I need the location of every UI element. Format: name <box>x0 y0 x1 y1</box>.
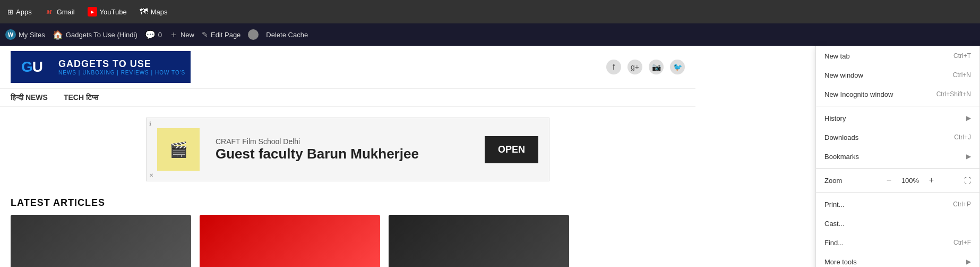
new-window-label: New window <box>824 71 863 79</box>
google-plus-icon[interactable]: g+ <box>627 60 642 74</box>
nav-tech-tips[interactable]: TECH टिप्स <box>64 93 98 102</box>
ad-company: CRAFT Film School Delhi <box>216 137 479 146</box>
menu-print[interactable]: Print... Ctrl+P <box>816 195 979 214</box>
print-shortcut: Ctrl+P <box>953 201 971 208</box>
bookmark-youtube[interactable]: YouTube <box>84 5 130 18</box>
delete-cache-item[interactable]: Delete Cache <box>266 31 308 39</box>
ad-text: CRAFT Film School Delhi Guest faculty Ba… <box>210 132 485 168</box>
admin-bar: W My Sites 🏠 Gadgets To Use (Hindi) 💬 0 … <box>0 23 980 46</box>
downloads-label: Downloads <box>824 134 858 141</box>
maps-label: Maps <box>151 8 168 16</box>
ad-open-button[interactable]: OPEN <box>485 136 538 163</box>
zoom-controls: − 100% + <box>883 174 938 187</box>
ad-close-icon[interactable]: ✕ <box>149 172 153 178</box>
edit-icon: ✎ <box>202 30 208 39</box>
gmail-icon: M <box>45 7 54 16</box>
chrome-menu: New tab Ctrl+T New window Ctrl+N New Inc… <box>815 46 980 267</box>
new-label: New <box>180 31 194 39</box>
menu-new-tab[interactable]: New tab Ctrl+T <box>816 46 979 65</box>
ad-headline: Guest faculty Barun Mukherjee <box>216 146 479 162</box>
latest-title: LATEST ARTICLES <box>11 197 685 208</box>
latest-section: LATEST ARTICLES <box>0 192 695 267</box>
cache-icon <box>248 29 259 40</box>
ad-info-icon[interactable]: ℹ <box>149 121 151 127</box>
site-name-item[interactable]: 🏠 Gadgets To Use (Hindi) <box>53 30 137 40</box>
bookmark-maps[interactable]: 🗺 Maps <box>136 5 171 18</box>
more-tools-label: More tools <box>824 258 857 266</box>
nav-hindi-news[interactable]: हिन्दी NEWS <box>11 93 48 102</box>
menu-new-incognito[interactable]: New Incognito window Ctrl+Shift+N <box>816 85 979 104</box>
my-sites-label: My Sites <box>19 31 45 39</box>
logo-box: GU <box>11 51 53 83</box>
history-arrow: ▶ <box>966 114 971 122</box>
youtube-label: YouTube <box>100 8 127 16</box>
history-label: History <box>824 114 846 122</box>
comments-icon: 💬 <box>145 30 156 40</box>
menu-bookmarks[interactable]: Bookmarks ▶ <box>816 147 979 166</box>
bookmark-apps[interactable]: ⊞ Apps <box>4 6 35 18</box>
site-icon: 🏠 <box>53 30 63 40</box>
more-tools-arrow: ▶ <box>966 258 971 265</box>
zoom-fullscreen-button[interactable]: ⛶ <box>964 177 971 185</box>
instagram-icon[interactable]: 📷 <box>649 60 664 74</box>
facebook-icon[interactable]: f <box>606 60 621 74</box>
new-incognito-shortcut: Ctrl+Shift+N <box>936 90 971 98</box>
articles-row <box>11 215 685 267</box>
site-nav: हिन्दी NEWS TECH टिप्स <box>0 89 695 107</box>
apps-icon: ⊞ <box>7 8 13 16</box>
new-tab-label: New tab <box>824 52 850 60</box>
website-content: GU GADGETS TO USE NEWS | UNBOXING | REVI… <box>0 46 695 267</box>
page-wrapper: ⊞ Apps M Gmail YouTube 🗺 Maps W My Sites… <box>0 0 980 267</box>
cast-label: Cast... <box>824 220 845 228</box>
gmail-label: Gmail <box>57 8 75 16</box>
menu-find[interactable]: Find... Ctrl+F <box>816 233 979 252</box>
article-card-1[interactable] <box>11 215 191 267</box>
zoom-plus-button[interactable]: + <box>925 174 938 187</box>
menu-divider-2 <box>816 168 979 169</box>
my-sites-item[interactable]: W My Sites <box>5 29 45 40</box>
bookmarks-arrow: ▶ <box>966 153 971 160</box>
comments-count: 0 <box>158 31 162 39</box>
bookmarks-label: Bookmarks <box>824 153 859 161</box>
downloads-shortcut: Ctrl+J <box>954 134 971 141</box>
plus-icon: ＋ <box>169 29 178 40</box>
menu-divider-3 <box>816 192 979 193</box>
logo-title: GADGETS TO USE <box>58 59 185 70</box>
comments-item[interactable]: 💬 0 <box>145 30 162 40</box>
logo-text: GADGETS TO USE NEWS | UNBOXING | REVIEWS… <box>53 51 191 83</box>
article-card-3[interactable] <box>389 215 569 267</box>
new-item[interactable]: ＋ New <box>169 29 194 40</box>
article-card-2[interactable] <box>200 215 380 267</box>
edit-page-item[interactable]: ✎ Edit Page <box>202 30 240 39</box>
twitter-icon[interactable]: 🐦 <box>670 60 685 74</box>
zoom-minus-button[interactable]: − <box>883 174 896 187</box>
site-header: GU GADGETS TO USE NEWS | UNBOXING | REVI… <box>0 46 695 89</box>
menu-divider-1 <box>816 106 979 106</box>
menu-more-tools[interactable]: More tools ▶ <box>816 252 979 267</box>
cache-icon-item[interactable] <box>248 29 259 40</box>
social-icons: f g+ 📷 🐦 <box>606 60 685 74</box>
logo-u: U <box>32 59 42 76</box>
print-label: Print... <box>824 201 845 208</box>
new-tab-shortcut: Ctrl+T <box>953 52 971 60</box>
menu-new-window[interactable]: New window Ctrl+N <box>816 65 979 85</box>
menu-downloads[interactable]: Downloads Ctrl+J <box>816 128 979 147</box>
zoom-label: Zoom <box>824 177 856 185</box>
new-window-shortcut: Ctrl+N <box>953 71 971 79</box>
site-name-label: Gadgets To Use (Hindi) <box>66 31 137 39</box>
find-label: Find... <box>824 239 844 247</box>
zoom-row: Zoom − 100% + ⛶ <box>816 171 979 190</box>
bookmarks-bar: ⊞ Apps M Gmail YouTube 🗺 Maps <box>0 0 980 23</box>
delete-cache-label: Delete Cache <box>266 31 308 39</box>
menu-cast[interactable]: Cast... <box>816 214 979 233</box>
edit-page-label: Edit Page <box>211 31 240 39</box>
logo-area: GU GADGETS TO USE NEWS | UNBOXING | REVI… <box>11 51 191 83</box>
ad-logo: 🎬 <box>157 128 200 171</box>
wp-icon: W <box>5 29 16 40</box>
youtube-icon <box>88 7 97 16</box>
bookmark-gmail[interactable]: M Gmail <box>41 5 78 18</box>
find-shortcut: Ctrl+F <box>953 239 971 246</box>
menu-history[interactable]: History ▶ <box>816 109 979 128</box>
ad-banner: ℹ ✕ 🎬 CRAFT Film School Delhi Guest facu… <box>146 118 549 181</box>
logo-subtitle: NEWS | UNBOXING | REVIEWS | HOW TO'S <box>58 70 185 76</box>
